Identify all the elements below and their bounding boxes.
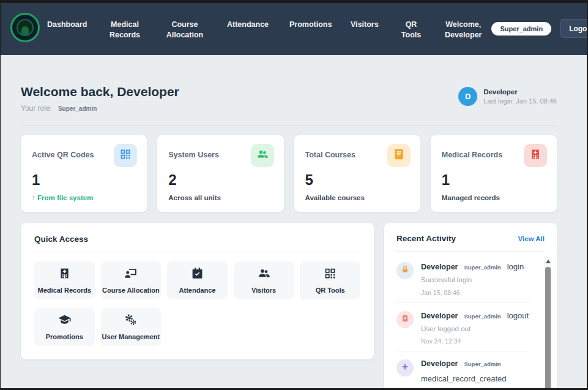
- tile-label: Visitors: [251, 287, 276, 294]
- activity-role-badge: Super_admin: [464, 313, 501, 320]
- users-icon: [256, 148, 269, 163]
- stat-subtitle: ↑ From file system: [32, 194, 136, 201]
- top-nav: Dashboard Medical Records Course Allocat…: [1, 3, 587, 55]
- lock-icon: [401, 265, 409, 276]
- mid-row: Quick Access Medical Records Course Allo…: [21, 223, 557, 388]
- activity-description: User logged out: [421, 324, 530, 334]
- activity-description: Created medical record for matric no: KN…: [421, 387, 530, 388]
- stat-value: 1: [442, 171, 546, 189]
- plus-icon: [401, 362, 409, 373]
- nav-item-attendance[interactable]: Attendance: [227, 20, 266, 55]
- page-title: Welcome back, Developer: [21, 84, 179, 99]
- activity-role-badge: Super_admin: [464, 361, 501, 367]
- activity-user: Developer: [421, 263, 458, 271]
- stat-card-medical-records: Medical Records 1 Managed records: [431, 135, 557, 212]
- quick-access-attendance[interactable]: Attendance: [167, 261, 228, 299]
- activity-action: login: [507, 262, 524, 271]
- nav-item-qr-tools[interactable]: QR Tools: [401, 20, 422, 55]
- scrollbar-thumb[interactable]: [545, 267, 551, 388]
- stat-card-system-users: System Users 2 Across all units: [157, 135, 283, 212]
- calendar-check-icon: [191, 267, 204, 282]
- quick-access-promotions[interactable]: Promotions: [34, 308, 95, 346]
- qr-code-icon: [324, 267, 337, 282]
- quick-access-visitors[interactable]: Visitors: [234, 261, 294, 299]
- avatar: D: [458, 87, 477, 106]
- user-chip: D Developer Last login: Jan 15, 08:46: [458, 87, 557, 106]
- tile-label: Course Allocation: [102, 287, 160, 294]
- school-crest-logo[interactable]: [10, 13, 40, 42]
- gears-icon: [124, 313, 137, 329]
- stat-subtitle: Available courses: [305, 194, 409, 201]
- hospital-icon: [529, 148, 541, 163]
- graduation-cap-icon: [58, 313, 71, 329]
- header-welcome-text: Welcome, Developer: [445, 20, 482, 55]
- logout-button[interactable]: Logout: [560, 19, 587, 38]
- recent-activity-title: Recent Activity: [396, 234, 456, 243]
- quick-access-qr-tools[interactable]: QR Tools: [300, 261, 360, 299]
- view-all-link[interactable]: View All: [518, 235, 545, 242]
- activity-user: Developer: [421, 312, 458, 320]
- stat-value: 1: [32, 171, 136, 189]
- activity-description: Successful login: [421, 275, 530, 285]
- scrollbar-up-arrow-icon[interactable]: [544, 257, 552, 266]
- book-icon: [393, 148, 405, 163]
- clipboard-icon: [401, 314, 409, 325]
- nav-item-course-allocation[interactable]: Course Allocation: [166, 20, 204, 55]
- qr-code-icon: [119, 148, 132, 163]
- stat-card-active-qr-codes: Active QR Codes 1 ↑ From file system: [21, 135, 147, 212]
- activity-action: medical_record_created: [421, 374, 506, 383]
- welcome-section: Welcome back, Developer Your role: Super…: [21, 84, 557, 126]
- user-name: Developer: [483, 88, 557, 96]
- main-nav: Dashboard Medical Records Course Allocat…: [47, 20, 422, 55]
- activity-item-login: Developer Super_admin login Successful l…: [396, 254, 530, 303]
- role-value: Super_admin: [58, 105, 97, 112]
- quick-access-medical-records[interactable]: Medical Records: [34, 261, 95, 299]
- dashboard-main: Welcome back, Developer Your role: Super…: [1, 84, 587, 388]
- hospital-icon: [58, 267, 71, 282]
- activity-item-medical-record-created: Developer Super_admin medical_record_cre…: [396, 351, 530, 388]
- nav-item-visitors[interactable]: Visitors: [351, 20, 378, 55]
- crest-arch: [21, 26, 29, 35]
- activity-action: logout: [507, 311, 529, 320]
- quick-access-grid: Medical Records Course Allocation Attend…: [34, 261, 360, 346]
- stat-value: 5: [305, 171, 409, 189]
- stat-card-total-courses: Total Courses 5 Available courses: [294, 135, 420, 212]
- stat-value: 2: [168, 171, 272, 189]
- tile-label: Attendance: [179, 287, 216, 294]
- tile-label: Medical Records: [38, 287, 91, 294]
- people-icon: [258, 267, 270, 282]
- activity-role-badge: Super_admin: [464, 264, 501, 271]
- stat-subtitle: Across all units: [168, 194, 272, 201]
- activity-item-logout: Developer Super_admin logout User logged…: [396, 303, 530, 352]
- quick-access-user-management[interactable]: User Management: [101, 308, 162, 346]
- activity-timestamp: Jan 15, 08:46: [421, 289, 530, 296]
- nav-item-medical-records[interactable]: Medical Records: [107, 20, 143, 55]
- crest-inner-ring: [17, 19, 34, 36]
- presentation-icon: [124, 267, 137, 282]
- activity-scrollbar[interactable]: [544, 257, 552, 388]
- tile-label: User Management: [102, 333, 160, 340]
- app-window: Dashboard Medical Records Course Allocat…: [1, 3, 587, 388]
- nav-item-promotions[interactable]: Promotions: [289, 20, 327, 55]
- activity-timestamp: Nov 24, 12:34: [421, 337, 530, 345]
- nav-item-dashboard[interactable]: Dashboard: [47, 20, 84, 55]
- quick-access-course-allocation[interactable]: Course Allocation: [101, 261, 162, 299]
- quick-access-title: Quick Access: [34, 234, 360, 252]
- tile-label: Promotions: [46, 333, 83, 340]
- stats-row: Active QR Codes 1 ↑ From file system Sys…: [21, 135, 557, 212]
- stat-subtitle: Managed records: [442, 194, 546, 201]
- role-label: Your role:: [21, 104, 52, 113]
- last-login: Last login: Jan 15, 08:46: [483, 97, 557, 105]
- activity-user: Developer: [421, 359, 458, 368]
- activity-list: Developer Super_admin login Successful l…: [396, 254, 545, 388]
- tile-label: QR Tools: [316, 287, 345, 294]
- quick-access-panel: Quick Access Medical Records Course Allo…: [21, 223, 374, 359]
- role-badge: Super_admin: [491, 22, 551, 36]
- recent-activity-panel: Recent Activity View All Developer: [384, 223, 557, 388]
